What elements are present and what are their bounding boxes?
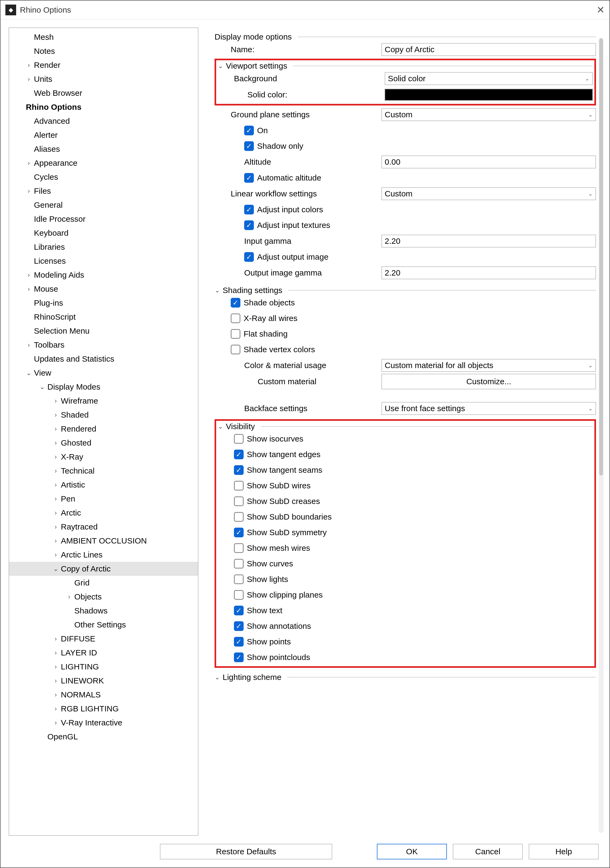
tree-item[interactable]: Rhino Options (9, 100, 198, 114)
input-altitude[interactable] (382, 155, 596, 169)
cancel-button[interactable]: Cancel (453, 844, 523, 859)
restore-defaults-button[interactable]: Restore Defaults (160, 844, 332, 859)
tree-item[interactable]: ›Render (9, 58, 198, 72)
tree-item[interactable]: ›Mouse (9, 282, 198, 296)
tree-item[interactable]: Shadows (9, 604, 198, 618)
help-button[interactable]: Help (529, 844, 599, 859)
check-shadow-only[interactable]: ✓ Shadow only (214, 138, 596, 154)
select-backface[interactable]: Use front face settings ⌄ (382, 402, 596, 415)
check-adj-input-colors[interactable]: ✓ Adjust input colors (214, 202, 596, 217)
tree-item[interactable]: ›Raytraced (9, 520, 198, 534)
tree-item[interactable]: Licenses (9, 254, 198, 268)
tree-item[interactable]: Plug-ins (9, 296, 198, 310)
check-show-points[interactable]: ✓Show points (218, 634, 593, 649)
check-show-lights[interactable]: Show lights (218, 572, 593, 587)
tree-item[interactable]: ⌄Display Modes (9, 380, 198, 394)
check-show-annotations[interactable]: ✓Show annotations (218, 618, 593, 634)
tree-item[interactable]: RhinoScript (9, 310, 198, 324)
select-linear-workflow[interactable]: Custom ⌄ (382, 187, 596, 200)
check-xray-wires[interactable]: X-Ray all wires (214, 310, 596, 326)
check-on[interactable]: ✓ On (214, 123, 596, 138)
ok-button[interactable]: OK (377, 844, 447, 859)
check-adj-input-textures[interactable]: ✓ Adjust input textures (214, 217, 596, 233)
tree-item[interactable]: Mesh (9, 30, 198, 44)
check-show-curves[interactable]: Show curves (218, 556, 593, 572)
tree-item[interactable]: Advanced (9, 114, 198, 128)
check-shade-objects[interactable]: ✓ Shade objects (214, 295, 596, 310)
input-output-gamma[interactable] (382, 267, 596, 279)
check-show-pointclouds[interactable]: ✓Show pointclouds (218, 649, 593, 665)
tree-item[interactable]: Grid (9, 576, 198, 590)
group-lighting-scheme[interactable]: ⌄ Lighting scheme (214, 673, 596, 682)
tree-item[interactable]: ›Wireframe (9, 394, 198, 408)
check-show-mesh-wires[interactable]: Show mesh wires (218, 540, 593, 556)
tree-item-label: Rendered (61, 424, 96, 434)
group-shading-settings[interactable]: ⌄ Shading settings (214, 286, 596, 295)
tree-item[interactable]: ›AMBIENT OCCLUSION (9, 534, 198, 548)
tree-item[interactable]: ›Arctic (9, 506, 198, 520)
tree-item[interactable]: ›Arctic Lines (9, 548, 198, 562)
tree-item[interactable]: ›LIGHTING (9, 660, 198, 674)
check-show-subd-creases[interactable]: Show SubD creases (218, 493, 593, 509)
check-show-clipping[interactable]: Show clipping planes (218, 587, 593, 603)
check-show-subd-symmetry[interactable]: ✓Show SubD symmetry (218, 525, 593, 540)
tree-item[interactable]: ›Rendered (9, 422, 198, 436)
tree-item[interactable]: ›V-Ray Interactive (9, 716, 198, 730)
tree-item[interactable]: ›RGB LIGHTING (9, 702, 198, 716)
close-icon[interactable]: ✕ (596, 4, 605, 16)
tree-item[interactable]: ›Objects (9, 590, 198, 604)
tree-item[interactable]: ›Modeling Aids (9, 268, 198, 282)
check-show-subd-boundaries[interactable]: Show SubD boundaries (218, 509, 593, 525)
tree-item[interactable]: Keyboard (9, 226, 198, 240)
tree-item[interactable]: ›LINEWORK (9, 674, 198, 688)
tree-item[interactable]: Idle Processor (9, 212, 198, 226)
tree-item[interactable]: ⌄Copy of Arctic (9, 562, 198, 576)
tree-item[interactable]: ›Technical (9, 464, 198, 478)
check-show-text[interactable]: ✓Show text (218, 603, 593, 618)
tree-item[interactable]: ›Appearance (9, 156, 198, 170)
tree-item[interactable]: Updates and Statistics (9, 352, 198, 366)
tree-item[interactable]: Alerter (9, 128, 198, 142)
tree-item[interactable]: Selection Menu (9, 324, 198, 338)
tree-item[interactable]: General (9, 198, 198, 212)
customize-button[interactable]: Customize... (382, 374, 596, 389)
tree-item[interactable]: ›Shaded (9, 408, 198, 422)
tree-item[interactable]: Aliases (9, 142, 198, 156)
check-show-tangent-edges[interactable]: ✓Show tangent edges (218, 446, 593, 462)
check-show-isocurves[interactable]: Show isocurves (218, 431, 593, 446)
scrollbar-thumb[interactable] (599, 38, 603, 476)
tree-item[interactable]: ›DIFFUSE (9, 632, 198, 646)
tree-item[interactable]: ›Units (9, 72, 198, 86)
check-shade-vertex[interactable]: Shade vertex colors (214, 342, 596, 357)
tree-item[interactable]: OpenGL (9, 730, 198, 744)
group-viewport-settings[interactable]: ⌄ Viewport settings (218, 61, 593, 70)
tree-item[interactable]: ›X-Ray (9, 450, 198, 464)
tree-item[interactable]: ›Files (9, 184, 198, 198)
check-auto-altitude[interactable]: ✓ Automatic altitude (214, 170, 596, 186)
tree-item[interactable]: ›Pen (9, 492, 198, 506)
tree-item[interactable]: Libraries (9, 240, 198, 254)
select-background[interactable]: Solid color ⌄ (385, 72, 593, 85)
select-color-material[interactable]: Custom material for all objects ⌄ (382, 359, 596, 372)
input-input-gamma[interactable] (382, 235, 596, 248)
color-swatch-solid[interactable] (385, 89, 593, 101)
check-show-tangent-seams[interactable]: ✓Show tangent seams (218, 462, 593, 478)
group-visibility[interactable]: ⌄ Visibility (218, 422, 593, 431)
check-adj-output-image[interactable]: ✓ Adjust output image (214, 249, 596, 265)
tree-item[interactable]: ›Ghosted (9, 436, 198, 450)
scrollbar[interactable] (599, 38, 604, 833)
tree-item[interactable]: ›Artistic (9, 478, 198, 492)
tree-item[interactable]: ›NORMALS (9, 688, 198, 702)
tree-item[interactable]: Other Settings (9, 618, 198, 632)
check-flat-shading[interactable]: Flat shading (214, 326, 596, 342)
tree-item[interactable]: Cycles (9, 170, 198, 184)
check-show-subd-wires[interactable]: Show SubD wires (218, 478, 593, 493)
tree-item[interactable]: Notes (9, 44, 198, 58)
tree-item[interactable]: ›LAYER ID (9, 646, 198, 660)
tree-item[interactable]: ›Toolbars (9, 338, 198, 352)
tree-item[interactable]: Web Browser (9, 86, 198, 100)
tree-item[interactable]: ⌄View (9, 366, 198, 380)
input-name[interactable] (382, 43, 596, 56)
select-ground-plane[interactable]: Custom ⌄ (382, 108, 596, 121)
tree-panel[interactable]: MeshNotes›Render›UnitsWeb BrowserRhino O… (9, 28, 199, 836)
